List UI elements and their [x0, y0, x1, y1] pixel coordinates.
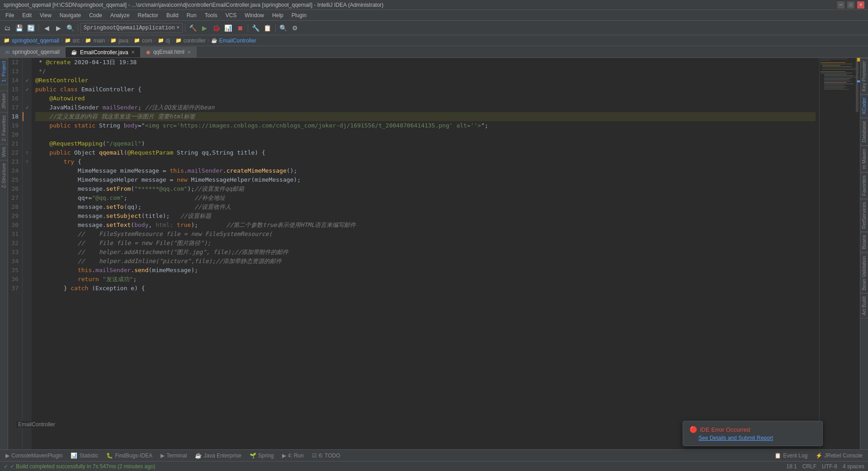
toolbar-debug-icon[interactable]: 🐞 [211, 23, 222, 33]
favorites-sidebar-item[interactable]: 2: Favorites [0, 112, 8, 144]
key-promoter-tool[interactable]: Key Promoter [860, 58, 868, 94]
retservices-tool[interactable]: RetServices [860, 199, 868, 232]
tab-close-html-icon[interactable]: ✕ [187, 50, 191, 55]
code-line-37: } catch (Exception e) { [35, 284, 816, 293]
bottom-tab-spring[interactable]: 🌱 Spring [246, 451, 278, 461]
toolbar-git-icon[interactable]: 🔧 [250, 23, 261, 33]
structure-sidebar-item[interactable]: Z-Structure [0, 160, 8, 191]
eventlog-label: Event Log [783, 452, 807, 459]
code-line-14: @RestController [35, 76, 816, 85]
breadcrumb-emailcontroller[interactable]: ☕ EmailController [211, 38, 256, 44]
toolbar-vcs-icon[interactable]: 📋 [262, 23, 273, 33]
code-line-20 [35, 130, 816, 139]
bottom-tab-java-enterprise[interactable]: ☕ Java Enterprise [191, 451, 245, 461]
line-num-25: 25 [8, 175, 20, 184]
bottom-tab-statistic[interactable]: 📊 Statistic [67, 451, 102, 461]
breadcrumb-main[interactable]: 📁 main [85, 38, 105, 44]
minimap-svg [820, 58, 860, 449]
ide-error-popup: 🔴 IDE Error Occurred See Details and Sub… [683, 421, 823, 446]
toolbar-nav-icon[interactable]: 🔍 [65, 23, 75, 33]
tab-label-emailcontroller: EmailController.java [80, 49, 128, 56]
run-icon: ▶ [282, 452, 286, 459]
jrebel-sidebar-item[interactable]: JRebel [0, 90, 8, 112]
build-status-text: ✓ Build completed successfully in 7s 547… [10, 463, 155, 470]
code-line-15: public class EmailController { [35, 85, 816, 94]
breadcrumb-controller[interactable]: 📁 controller [175, 38, 206, 44]
status-right: 18:1 CRLF UTF-8 4 spaces [786, 463, 864, 470]
menu-run[interactable]: Run [183, 11, 200, 19]
toolbar-save-icon[interactable]: 💾 [14, 23, 24, 33]
web-sidebar-item[interactable]: Web [0, 144, 8, 160]
tab-emailcontroller[interactable]: ☕ EmailController.java ✕ [66, 47, 141, 57]
breadcrumb-dj[interactable]: 📁 dj [158, 38, 170, 44]
code-line-32: // File file = new File("图片路径"); [35, 239, 816, 248]
toolbar-stop-icon[interactable]: ⏹ [235, 23, 245, 33]
beans-tool[interactable]: Beans [860, 232, 868, 252]
run-config-dropdown[interactable]: SpringbootQqemailApplication ▼ [80, 23, 183, 33]
menu-file[interactable]: File [2, 11, 18, 19]
minimap-error-marker [857, 80, 860, 82]
breadcrumb-src[interactable]: 📁 src [65, 38, 80, 44]
breadcrumb-com[interactable]: 📁 com [134, 38, 152, 44]
terminal-label: Terminal [166, 452, 187, 459]
menu-build[interactable]: Build [163, 11, 182, 19]
project-icon: 📁 [4, 38, 10, 43]
ide-error-link[interactable]: See Details and Submit Report [698, 435, 816, 441]
todo-icon: ☑ [312, 452, 317, 459]
toolbar-search-icon[interactable]: 🔍 [278, 23, 289, 33]
xcoder-tool[interactable]: XCoder [860, 94, 868, 118]
menu-window[interactable]: Window [241, 11, 268, 19]
html-file-icon: ◉ [146, 49, 151, 55]
bottom-tab-event-log[interactable]: 📋 Event Log [771, 451, 811, 461]
bookmarks-sidebar-item[interactable] [0, 85, 8, 90]
tab-qqemail-html[interactable]: ◉ qqEmail.html ✕ [141, 47, 197, 57]
toolbar-settings-icon[interactable]: ⚙ [290, 23, 301, 33]
close-button[interactable]: ✕ [857, 1, 864, 9]
menu-help[interactable]: Help [269, 11, 287, 19]
project-sidebar-item[interactable]: 1: Project [0, 58, 8, 85]
menu-view[interactable]: View [36, 11, 55, 19]
menu-vcs[interactable]: VCS [222, 11, 241, 19]
line-num-19: 19 [8, 121, 20, 130]
art-build-tool[interactable]: Art Build [860, 293, 868, 319]
menu-tools[interactable]: Tools [201, 11, 221, 19]
bottom-tab-run[interactable]: ▶ 4: Run [278, 451, 307, 461]
gutter-icons: ✓ ✓ ✓ ▽ ▽ [23, 58, 32, 449]
menu-refactor[interactable]: Refactor [134, 11, 162, 19]
code-line-18: //定义发送的内容 我这里发送一张图片 需要html标签 [35, 112, 816, 121]
maximize-button[interactable]: □ [847, 1, 854, 9]
bottom-tab-jrebel-console[interactable]: ⚡ JRebel Console [812, 451, 866, 461]
maven-tool[interactable]: m Maven [860, 146, 868, 172]
line-num-26: 26 [8, 184, 20, 193]
toolbar-sync-icon[interactable]: 🔄 [25, 23, 36, 33]
code-line-35: this.mailSender.send(mimeMessage); [35, 266, 816, 275]
toolbar-back-icon[interactable]: ◀ [41, 23, 52, 33]
bottom-tab-terminal[interactable]: ▶ Terminal [157, 451, 190, 461]
svg-rect-19 [824, 86, 847, 87]
code-editor[interactable]: * @create 2020-04-13日 19:38 */ @RestCont… [32, 58, 819, 449]
toolbar-build-icon[interactable]: 🔨 [188, 23, 198, 33]
line-num-36: 36 [8, 275, 20, 284]
minimize-button[interactable]: ─ [837, 1, 844, 9]
bottom-tab-consolemaven[interactable]: ▶ ConsoleMavenPlugin [2, 451, 66, 461]
toolbar-project-icon[interactable]: 🗂 [2, 23, 13, 33]
bottom-tab-findbugs[interactable]: 🐛 FindBugs-IDEA [103, 451, 156, 461]
bean-validation-tool[interactable]: Bean Validation [860, 253, 868, 293]
menu-plugin[interactable]: Plugin [288, 11, 310, 19]
database-tool[interactable]: Database [860, 118, 868, 146]
gutter-14: ✓ [23, 76, 32, 85]
menu-edit[interactable]: Edit [19, 11, 35, 19]
breadcrumb-java[interactable]: 📁 java [110, 38, 128, 44]
tab-springboot-qqemail[interactable]: m springboot_qqemail [0, 47, 66, 57]
menu-navigate[interactable]: Navigate [56, 11, 85, 19]
bottom-tab-todo[interactable]: ☑ 6: TODO [308, 451, 344, 461]
breadcrumb-project[interactable]: 📁 springboot_qqemail [4, 38, 59, 44]
module-icon: m [5, 49, 9, 55]
tab-close-icon[interactable]: ✕ [131, 50, 135, 55]
toolbar-forward-icon[interactable]: ▶ [53, 23, 64, 33]
toolbar-run-icon[interactable]: ▶ [199, 23, 210, 33]
favorites-tool[interactable]: Favorites [860, 172, 868, 199]
toolbar-profile-icon[interactable]: 📊 [223, 23, 234, 33]
menu-code[interactable]: Code [85, 11, 106, 19]
menu-analyze[interactable]: Analyze [107, 11, 133, 19]
